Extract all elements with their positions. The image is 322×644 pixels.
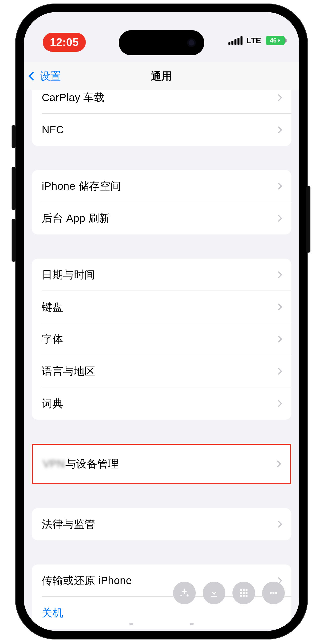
chevron-right-icon [275,303,282,310]
charging-icon: ⚡︎ [277,37,280,44]
chevron-right-icon [275,183,282,190]
screen: 12:05 LTE 46⚡︎ 设置 通用 CarPlay 车载 [24,12,299,631]
battery-icon: 46⚡︎ [266,36,285,45]
settings-group-legal: 法律与监管 [32,508,291,540]
row-label: CarPlay 车载 [42,91,105,105]
cellular-signal-icon [228,36,243,45]
home-indicator-right [190,623,194,625]
sparkle-icon [179,587,190,598]
download-icon [209,587,220,598]
volume-down-button [12,219,16,262]
row-label: 传输或还原 iPhone [42,574,132,588]
row-date-time[interactable]: 日期与时间 [32,259,291,291]
dynamic-island [119,30,204,55]
overlay-grid-button[interactable] [232,582,255,604]
settings-group-input: 日期与时间 键盘 字体 语言与地区 词典 [32,259,291,420]
battery-percent: 46 [270,37,277,44]
page-title: 通用 [151,69,172,83]
chevron-right-icon [275,400,282,407]
row-label: 键盘 [42,300,63,314]
row-background-app-refresh[interactable]: 后台 App 刷新 [32,202,291,234]
chevron-right-icon [275,336,282,343]
power-button [306,186,310,253]
grid-icon [238,587,249,598]
row-label: 语言与地区 [42,364,95,378]
row-label: 法律与监管 [42,517,95,531]
row-fonts[interactable]: 字体 [32,323,291,355]
settings-content[interactable]: CarPlay 车载 NFC iPhone 储存空间 后台 App 刷新 日期与… [24,82,299,631]
overlay-more-button[interactable] [262,582,285,604]
settings-group-storage: iPhone 储存空间 后台 App 刷新 [32,170,291,234]
back-label: 设置 [40,69,61,83]
overlay-download-button[interactable] [203,582,225,604]
overlay-star-button[interactable] [173,582,196,604]
row-legal-regulatory[interactable]: 法律与监管 [32,508,291,540]
row-dictionary[interactable]: 词典 [32,387,291,420]
silent-switch [12,125,16,148]
row-label: 后台 App 刷新 [42,211,110,225]
row-label: 字体 [42,332,63,346]
row-carplay[interactable]: CarPlay 车载 [32,82,291,114]
row-label: 关机 [42,606,63,620]
chevron-right-icon [275,94,282,101]
row-label: 日期与时间 [42,268,95,282]
front-camera-icon [187,38,196,47]
settings-group-connectivity: CarPlay 车载 NFC [32,82,291,146]
svg-point-0 [270,592,272,594]
row-label: 与设备管理 [65,457,119,471]
chevron-right-icon [275,215,282,222]
row-label: 词典 [42,396,63,411]
home-indicator-left [129,623,133,625]
row-label: iPhone 储存空间 [42,179,121,193]
overlay-toolbar [173,582,285,604]
volume-up-button [12,167,16,210]
row-label: NFC [42,124,64,136]
row-keyboard[interactable]: 键盘 [32,291,291,323]
more-icon [268,587,279,598]
row-nfc[interactable]: NFC [32,114,291,146]
row-language-region[interactable]: 语言与地区 [32,355,291,387]
chevron-right-icon [275,521,282,528]
chevron-right-icon [274,460,281,467]
highlight-vpn-device-management: VPN 与设备管理 [32,444,291,484]
status-time[interactable]: 12:05 [43,33,86,52]
svg-point-2 [275,592,277,594]
row-vpn-device-management[interactable]: VPN 与设备管理 [33,445,290,483]
svg-point-1 [272,592,274,594]
row-iphone-storage[interactable]: iPhone 储存空间 [32,170,291,202]
chevron-right-icon [275,368,282,375]
row-label-blurred: VPN [43,458,65,470]
network-label: LTE [247,36,261,45]
chevron-right-icon [275,271,282,278]
chevron-left-icon [28,71,38,81]
chevron-right-icon [275,126,282,133]
